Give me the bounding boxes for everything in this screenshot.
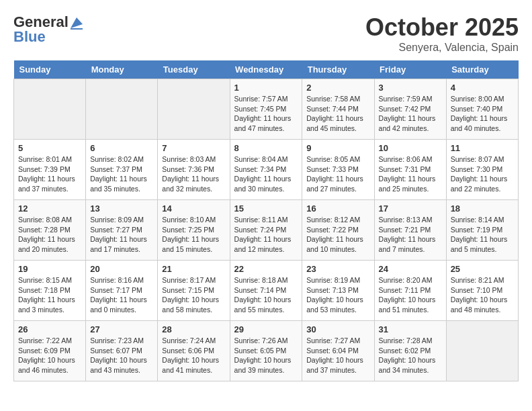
day-number: 14 (162, 203, 225, 214)
day-detail: Sunrise: 8:07 AM Sunset: 7:30 PM Dayligh… (451, 154, 514, 194)
day-detail: Sunrise: 8:06 AM Sunset: 7:31 PM Dayligh… (379, 154, 442, 194)
svg-rect-1 (71, 28, 83, 30)
day-number: 9 (306, 143, 369, 153)
day-cell: 23Sunrise: 8:19 AM Sunset: 7:13 PM Dayli… (302, 261, 374, 321)
day-number: 17 (379, 203, 442, 214)
day-detail: Sunrise: 7:22 AM Sunset: 6:09 PM Dayligh… (18, 336, 81, 375)
day-cell: 3Sunrise: 7:59 AM Sunset: 7:42 PM Daylig… (374, 79, 446, 140)
day-number: 25 (451, 264, 514, 274)
day-cell: 9Sunrise: 8:05 AM Sunset: 7:33 PM Daylig… (302, 140, 374, 200)
day-cell: 21Sunrise: 8:17 AM Sunset: 7:15 PM Dayli… (158, 261, 230, 321)
week-row-2: 12Sunrise: 8:08 AM Sunset: 7:28 PM Dayli… (14, 200, 519, 261)
day-cell: 25Sunrise: 8:21 AM Sunset: 7:10 PM Dayli… (446, 261, 518, 321)
day-detail: Sunrise: 8:10 AM Sunset: 7:25 PM Dayligh… (162, 215, 225, 255)
day-detail: Sunrise: 7:28 AM Sunset: 6:02 PM Dayligh… (379, 336, 442, 375)
day-cell: 20Sunrise: 8:16 AM Sunset: 7:17 PM Dayli… (86, 261, 158, 321)
day-detail: Sunrise: 8:14 AM Sunset: 7:19 PM Dayligh… (451, 215, 514, 255)
day-detail: Sunrise: 8:05 AM Sunset: 7:33 PM Dayligh… (306, 154, 369, 194)
day-detail: Sunrise: 7:24 AM Sunset: 6:06 PM Dayligh… (162, 336, 225, 375)
day-cell: 31Sunrise: 7:28 AM Sunset: 6:02 PM Dayli… (374, 321, 446, 381)
day-number: 7 (162, 143, 225, 153)
day-detail: Sunrise: 7:58 AM Sunset: 7:44 PM Dayligh… (306, 94, 369, 134)
day-number: 4 (451, 83, 514, 93)
day-detail: Sunrise: 8:20 AM Sunset: 7:11 PM Dayligh… (379, 275, 442, 315)
day-number: 26 (18, 324, 81, 334)
day-number: 16 (306, 203, 369, 214)
day-number: 29 (234, 324, 298, 334)
day-detail: Sunrise: 8:01 AM Sunset: 7:39 PM Dayligh… (18, 154, 81, 194)
week-row-4: 26Sunrise: 7:22 AM Sunset: 6:09 PM Dayli… (14, 321, 519, 381)
day-cell: 13Sunrise: 8:09 AM Sunset: 7:27 PM Dayli… (86, 200, 158, 261)
day-detail: Sunrise: 8:19 AM Sunset: 7:13 PM Dayligh… (306, 275, 369, 315)
day-cell: 10Sunrise: 8:06 AM Sunset: 7:31 PM Dayli… (374, 140, 446, 200)
day-cell (158, 79, 230, 140)
day-cell: 18Sunrise: 8:14 AM Sunset: 7:19 PM Dayli… (446, 200, 518, 261)
location-subtitle: Senyera, Valencia, Spain (365, 42, 519, 54)
day-detail: Sunrise: 8:13 AM Sunset: 7:21 PM Dayligh… (379, 215, 442, 255)
weekday-header-thursday: Thursday (302, 60, 374, 79)
weekday-header-row: SundayMondayTuesdayWednesdayThursdayFrid… (14, 60, 519, 79)
day-number: 19 (18, 264, 81, 274)
day-cell: 28Sunrise: 7:24 AM Sunset: 6:06 PM Dayli… (158, 321, 230, 381)
day-detail: Sunrise: 8:00 AM Sunset: 7:40 PM Dayligh… (451, 94, 514, 134)
day-detail: Sunrise: 8:12 AM Sunset: 7:22 PM Dayligh… (306, 215, 369, 255)
day-cell: 2Sunrise: 7:58 AM Sunset: 7:44 PM Daylig… (302, 79, 374, 140)
day-cell: 6Sunrise: 8:02 AM Sunset: 7:37 PM Daylig… (86, 140, 158, 200)
day-cell: 16Sunrise: 8:12 AM Sunset: 7:22 PM Dayli… (302, 200, 374, 261)
day-cell: 24Sunrise: 8:20 AM Sunset: 7:11 PM Dayli… (374, 261, 446, 321)
day-cell: 12Sunrise: 8:08 AM Sunset: 7:28 PM Dayli… (14, 200, 86, 261)
day-number: 13 (90, 203, 153, 214)
day-number: 20 (90, 264, 153, 274)
day-cell: 19Sunrise: 8:15 AM Sunset: 7:18 PM Dayli… (14, 261, 86, 321)
day-cell: 26Sunrise: 7:22 AM Sunset: 6:09 PM Dayli… (14, 321, 86, 381)
day-cell: 15Sunrise: 8:11 AM Sunset: 7:24 PM Dayli… (230, 200, 302, 261)
day-number: 2 (306, 83, 369, 93)
logo-icon (69, 15, 84, 30)
day-cell: 4Sunrise: 8:00 AM Sunset: 7:40 PM Daylig… (446, 79, 518, 140)
day-number: 10 (379, 143, 442, 153)
day-detail: Sunrise: 7:59 AM Sunset: 7:42 PM Dayligh… (379, 94, 442, 134)
day-number: 23 (306, 264, 369, 274)
day-detail: Sunrise: 8:11 AM Sunset: 7:24 PM Dayligh… (234, 215, 298, 255)
weekday-header-monday: Monday (86, 60, 158, 79)
day-number: 5 (18, 143, 81, 153)
day-cell: 5Sunrise: 8:01 AM Sunset: 7:39 PM Daylig… (14, 140, 86, 200)
day-number: 22 (234, 264, 298, 274)
day-detail: Sunrise: 7:26 AM Sunset: 6:05 PM Dayligh… (234, 336, 298, 375)
day-number: 31 (379, 324, 442, 334)
day-cell: 30Sunrise: 7:27 AM Sunset: 6:04 PM Dayli… (302, 321, 374, 381)
weekday-header-friday: Friday (374, 60, 446, 79)
svg-marker-0 (71, 17, 83, 28)
day-number: 18 (451, 203, 514, 214)
week-row-0: 1Sunrise: 7:57 AM Sunset: 7:45 PM Daylig… (14, 79, 519, 140)
day-detail: Sunrise: 8:18 AM Sunset: 7:14 PM Dayligh… (234, 275, 298, 315)
day-cell: 11Sunrise: 8:07 AM Sunset: 7:30 PM Dayli… (446, 140, 518, 200)
day-number: 3 (379, 83, 442, 93)
day-detail: Sunrise: 8:21 AM Sunset: 7:10 PM Dayligh… (451, 275, 514, 315)
day-number: 24 (379, 264, 442, 274)
day-number: 1 (234, 83, 298, 93)
day-detail: Sunrise: 8:09 AM Sunset: 7:27 PM Dayligh… (90, 215, 153, 255)
day-cell: 7Sunrise: 8:03 AM Sunset: 7:36 PM Daylig… (158, 140, 230, 200)
day-number: 27 (90, 324, 153, 334)
day-detail: Sunrise: 8:02 AM Sunset: 7:37 PM Dayligh… (90, 154, 153, 194)
day-detail: Sunrise: 8:15 AM Sunset: 7:18 PM Dayligh… (18, 275, 81, 315)
logo-blue: Blue (13, 28, 46, 46)
day-number: 15 (234, 203, 298, 214)
day-detail: Sunrise: 8:04 AM Sunset: 7:34 PM Dayligh… (234, 154, 298, 194)
weekday-header-tuesday: Tuesday (158, 60, 230, 79)
day-number: 30 (306, 324, 369, 334)
day-cell: 29Sunrise: 7:26 AM Sunset: 6:05 PM Dayli… (230, 321, 302, 381)
day-number: 11 (451, 143, 514, 153)
week-row-3: 19Sunrise: 8:15 AM Sunset: 7:18 PM Dayli… (14, 261, 519, 321)
day-number: 6 (90, 143, 153, 153)
month-title: October 2025 (365, 13, 519, 42)
day-number: 8 (234, 143, 298, 153)
day-detail: Sunrise: 7:57 AM Sunset: 7:45 PM Dayligh… (234, 94, 298, 134)
day-number: 12 (18, 203, 81, 214)
day-cell: 1Sunrise: 7:57 AM Sunset: 7:45 PM Daylig… (230, 79, 302, 140)
day-cell: 17Sunrise: 8:13 AM Sunset: 7:21 PM Dayli… (374, 200, 446, 261)
day-cell (14, 79, 86, 140)
page-header: General Blue October 2025 Senyera, Valen… (13, 13, 519, 54)
day-cell: 27Sunrise: 7:23 AM Sunset: 6:07 PM Dayli… (86, 321, 158, 381)
